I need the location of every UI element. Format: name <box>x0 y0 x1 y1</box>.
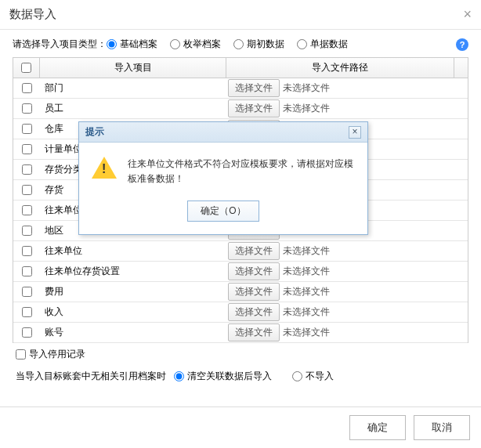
row-item-name: 员工 <box>40 102 226 115</box>
radio-clear[interactable]: 清空关联数据后导入 <box>174 370 272 383</box>
radio-initial[interactable]: 期初数据 <box>233 38 284 51</box>
table-row: 员工选择文件未选择文件 <box>13 99 468 119</box>
row-item-name: 往来单位存货设置 <box>40 265 226 278</box>
radio-initial-label: 期初数据 <box>247 38 284 51</box>
choose-file-button[interactable]: 选择文件 <box>228 262 280 280</box>
table-row: 账号选择文件未选择文件 <box>13 323 468 343</box>
row-checkbox[interactable] <box>22 205 32 215</box>
dialog-title: 数据导入 <box>9 7 56 22</box>
radio-skip-label: 不导入 <box>306 370 334 383</box>
row-checkbox[interactable] <box>22 103 32 114</box>
row-checkbox[interactable] <box>22 327 32 338</box>
header-item: 导入项目 <box>40 58 226 78</box>
choose-file-button[interactable]: 选择文件 <box>228 323 280 341</box>
row-item-name: 账号 <box>40 326 226 339</box>
type-label: 请选择导入项目类型： <box>13 38 107 51</box>
radio-clear-label: 清空关联数据后导入 <box>187 370 272 383</box>
table-row: 收入选择文件未选择文件 <box>13 302 468 323</box>
help-icon[interactable]: ? <box>456 38 468 51</box>
choose-file-button[interactable]: 选择文件 <box>228 283 280 301</box>
radio-enum-label: 枚举档案 <box>183 38 221 51</box>
file-status: 未选择文件 <box>283 102 330 115</box>
alert-message: 往来单位文件格式不符合对应模板要求，请根据对应模板准备数据！ <box>128 157 355 186</box>
alert-ok-button[interactable]: 确定（O） <box>187 201 259 222</box>
radio-voucher-label: 单据数据 <box>310 38 348 51</box>
table-row: 往来单位选择文件未选择文件 <box>13 241 468 262</box>
row-checkbox[interactable] <box>22 124 32 134</box>
table-row: 费用选择文件未选择文件 <box>13 282 468 302</box>
file-status: 未选择文件 <box>283 285 330 298</box>
file-status: 未选择文件 <box>283 81 330 95</box>
row-checkbox[interactable] <box>22 83 32 93</box>
radio-basic[interactable]: 基础档案 <box>107 38 157 51</box>
row-checkbox[interactable] <box>22 266 32 276</box>
warning-icon: ! <box>92 157 117 179</box>
choose-file-button[interactable]: 选择文件 <box>228 242 280 260</box>
row-checkbox[interactable] <box>22 164 32 175</box>
row-checkbox[interactable] <box>22 185 32 195</box>
ok-button[interactable]: 确定 <box>349 415 406 440</box>
choose-file-button[interactable]: 选择文件 <box>228 79 280 97</box>
file-status: 未选择文件 <box>283 305 330 319</box>
select-all-checkbox[interactable] <box>21 63 31 73</box>
file-status: 未选择文件 <box>283 265 330 278</box>
radio-enum[interactable]: 枚举档案 <box>170 38 221 51</box>
row-checkbox[interactable] <box>22 307 32 317</box>
row-item-name: 部门 <box>40 81 226 95</box>
radio-voucher[interactable]: 单据数据 <box>297 38 348 51</box>
row-item-name: 费用 <box>40 285 226 298</box>
radio-basic-label: 基础档案 <box>120 38 157 51</box>
cancel-button[interactable]: 取消 <box>414 415 470 440</box>
alert-dialog: 提示 × ! 往来单位文件格式不符合对应模板要求，请根据对应模板准备数据！ 确定… <box>78 121 368 235</box>
row-checkbox[interactable] <box>22 287 32 297</box>
table-row: 部门选择文件未选择文件 <box>13 78 468 99</box>
row-checkbox[interactable] <box>22 226 32 236</box>
missing-ref-label: 当导入目标账套中无相关引用档案时 <box>16 370 166 383</box>
row-item-name: 往来单位 <box>40 244 226 258</box>
file-status: 未选择文件 <box>283 244 330 258</box>
header-file: 导入文件路径 <box>226 58 454 78</box>
alert-close-icon[interactable]: × <box>349 126 361 139</box>
row-checkbox[interactable] <box>22 144 32 154</box>
stop-record-label: 导入停用记录 <box>29 348 85 361</box>
close-icon[interactable]: × <box>463 6 472 23</box>
choose-file-button[interactable]: 选择文件 <box>228 303 280 321</box>
table-row: 往来单位存货设置选择文件未选择文件 <box>13 262 468 282</box>
file-status: 未选择文件 <box>283 326 330 339</box>
stop-record-checkbox[interactable]: 导入停用记录 <box>16 348 85 361</box>
row-checkbox[interactable] <box>22 246 32 256</box>
choose-file-button[interactable]: 选择文件 <box>228 99 280 117</box>
radio-skip[interactable]: 不导入 <box>292 370 334 383</box>
alert-title: 提示 <box>85 125 104 139</box>
row-item-name: 收入 <box>40 305 226 319</box>
